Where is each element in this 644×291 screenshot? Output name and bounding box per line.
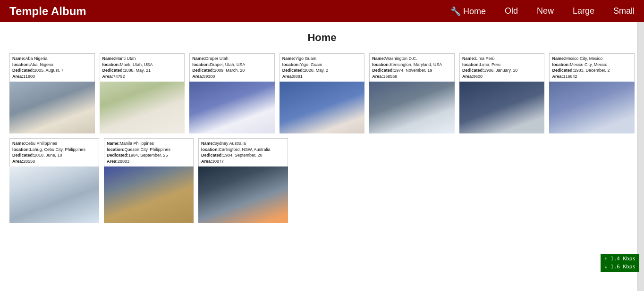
- app-title: Temple Album: [9, 5, 86, 18]
- temple-info: Name:Draper Utah location:Draper, Utah, …: [189, 53, 275, 82]
- main-nav: 🔧 Home Old New Large Small: [450, 6, 635, 17]
- temple-image: [198, 166, 288, 223]
- temple-info: Name:Manila Philippines location:Quezon …: [104, 138, 194, 166]
- temple-info: Name:Washington D.C. location:Kensington…: [369, 53, 455, 82]
- temple-card[interactable]: Name:Lima Perú location:Lima, Peru Dedic…: [459, 53, 545, 133]
- gallery-section: Name:Aba Nigeria location:Aba, Nigeria D…: [0, 49, 644, 233]
- nav-large[interactable]: Large: [573, 6, 594, 16]
- temple-card[interactable]: Name:Aba Nigeria location:Aba, Nigeria D…: [9, 53, 95, 133]
- temple-card[interactable]: Name:Cebu Philippines location:Lahug, Ce…: [9, 138, 99, 223]
- temple-image: [369, 82, 455, 133]
- temple-card[interactable]: Name:Draper Utah location:Draper, Utah, …: [189, 53, 275, 133]
- temple-card[interactable]: Name:Manila Philippines location:Quezon …: [104, 138, 194, 223]
- temple-image: [459, 82, 545, 133]
- gallery-row-1: Name:Aba Nigeria location:Aba, Nigeria D…: [9, 53, 635, 133]
- nav-old[interactable]: Old: [505, 6, 518, 16]
- temple-image: [280, 82, 365, 133]
- temple-image: [9, 166, 99, 223]
- temple-info: Name:Lima Perú location:Lima, Peru Dedic…: [459, 53, 545, 82]
- temple-image: [189, 82, 275, 133]
- temple-info: Name:Aba Nigeria location:Aba, Nigeria D…: [9, 53, 95, 82]
- nav-new[interactable]: New: [537, 6, 554, 16]
- temple-info: Name:Yigo Guam location:Yigo, Guam Dedic…: [280, 53, 365, 82]
- temple-image: [104, 166, 194, 223]
- temple-image: [100, 82, 185, 133]
- app-header: Temple Album 🔧 Home Old New Large Small: [0, 0, 644, 22]
- temple-card[interactable]: Name:Mexico City, Mexico location:Mexico…: [549, 53, 635, 133]
- temple-info: Name:Cebu Philippines location:Lahug, Ce…: [9, 138, 99, 166]
- nav-home[interactable]: 🔧 Home: [450, 6, 486, 17]
- temple-card[interactable]: Name:Washington D.C. location:Kensington…: [369, 53, 455, 133]
- temple-card[interactable]: Name:Sydney Australia location:Carlingfo…: [198, 138, 288, 223]
- temple-card[interactable]: Name:Manti Utah location:Manti, Utah, US…: [100, 53, 185, 133]
- temple-image: [549, 82, 635, 133]
- gallery-row-2: Name:Cebu Philippines location:Lahug, Ce…: [9, 138, 635, 223]
- temple-image: [9, 82, 95, 133]
- home-icon: 🔧: [450, 7, 461, 16]
- temple-info: Name:Mexico City, Mexico location:Mexico…: [549, 53, 635, 82]
- temple-info: Name:Manti Utah location:Manti, Utah, US…: [100, 53, 185, 82]
- temple-info: Name:Sydney Australia location:Carlingfo…: [198, 138, 288, 166]
- nav-small[interactable]: Small: [613, 6, 635, 16]
- temple-card[interactable]: Name:Yigo Guam location:Yigo, Guam Dedic…: [280, 53, 365, 133]
- scrollbar[interactable]: [637, 22, 644, 233]
- page-title: Home: [0, 22, 644, 49]
